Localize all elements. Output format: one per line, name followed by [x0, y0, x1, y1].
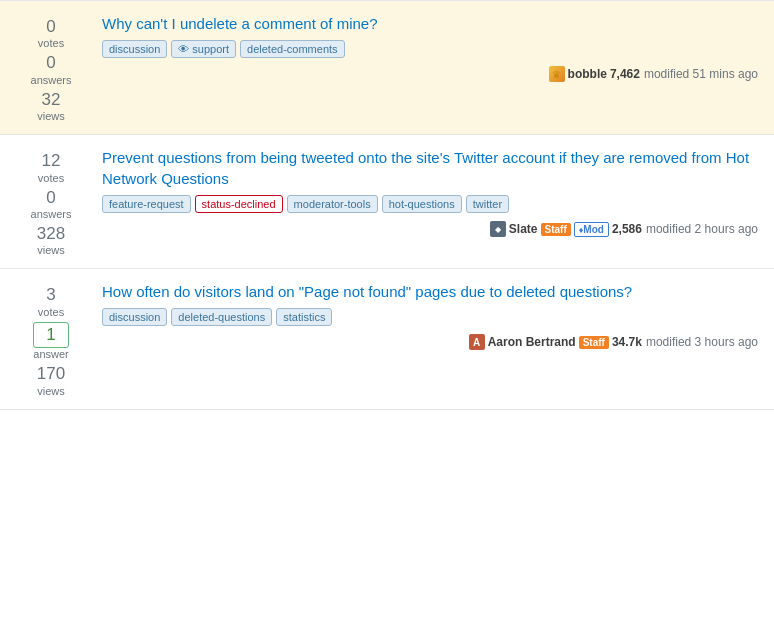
question-content: Why can't I undelete a comment of mine?d…: [102, 13, 758, 82]
view-count: 170: [37, 364, 65, 384]
answers-block: 0answers: [31, 53, 72, 85]
question-title[interactable]: How often do visitors land on "Page not …: [102, 281, 758, 302]
user-name[interactable]: bobble: [568, 67, 607, 81]
tag-list: discussiondeleted-questionsstatistics: [102, 308, 758, 326]
question-content: Prevent questions from being tweeted ont…: [102, 147, 758, 237]
staff-badge: Staff: [541, 223, 571, 236]
user-rep: 7,462: [610, 67, 640, 81]
meta-row: bobble7,462modified 51 mins ago: [102, 66, 758, 82]
views-label: views: [37, 385, 65, 397]
user-name[interactable]: Aaron Bertrand: [488, 335, 576, 349]
view-count: 32: [37, 90, 65, 110]
question-item: 0votes0answers32viewsWhy can't I undelet…: [0, 1, 774, 135]
user-avatar: [549, 66, 565, 82]
tag-item[interactable]: moderator-tools: [287, 195, 378, 213]
user-avatar: [490, 221, 506, 237]
question-title[interactable]: Why can't I undelete a comment of mine?: [102, 13, 758, 34]
votes-block: 12votes: [38, 151, 64, 183]
answers-label: answer: [33, 348, 68, 360]
tag-item[interactable]: deleted-comments: [240, 40, 345, 58]
question-stats: 12votes0answers328views: [16, 147, 86, 256]
tag-list: discussion👁supportdeleted-comments: [102, 40, 758, 58]
answers-block: 1answer: [33, 322, 68, 360]
modified-text: modified 3 hours ago: [646, 335, 758, 349]
views-block: 328views: [37, 224, 65, 256]
question-stats: 0votes0answers32views: [16, 13, 86, 122]
votes-block: 0votes: [38, 17, 64, 49]
user-info: bobble7,462: [549, 66, 640, 82]
meta-row: SlateStaffMod2,586modified 2 hours ago: [102, 221, 758, 237]
answers-label: answers: [31, 208, 72, 220]
user-info: Aaron BertrandStaff34.7k: [469, 334, 642, 350]
user-rep: 2,586: [612, 222, 642, 236]
user-rep: 34.7k: [612, 335, 642, 349]
answers-label: answers: [31, 74, 72, 86]
mod-diamond-icon: [579, 224, 584, 235]
views-block: 32views: [37, 90, 65, 122]
views-label: views: [37, 244, 65, 256]
answer-count: 1: [33, 322, 68, 348]
answers-block: 0answers: [31, 188, 72, 220]
tag-item[interactable]: deleted-questions: [171, 308, 272, 326]
user-avatar: [469, 334, 485, 350]
vote-count: 0: [38, 17, 64, 37]
tag-item[interactable]: discussion: [102, 40, 167, 58]
votes-label: votes: [38, 172, 64, 184]
tag-item[interactable]: twitter: [466, 195, 509, 213]
vote-count: 12: [38, 151, 64, 171]
view-count: 328: [37, 224, 65, 244]
question-content: How often do visitors land on "Page not …: [102, 281, 758, 350]
votes-label: votes: [38, 37, 64, 49]
views-label: views: [37, 110, 65, 122]
votes-block: 3votes: [38, 285, 64, 317]
user-info: SlateStaffMod2,586: [490, 221, 642, 237]
question-title[interactable]: Prevent questions from being tweeted ont…: [102, 147, 758, 189]
tag-item[interactable]: feature-request: [102, 195, 191, 213]
vote-count: 3: [38, 285, 64, 305]
modified-text: modified 2 hours ago: [646, 222, 758, 236]
tag-item[interactable]: hot-questions: [382, 195, 462, 213]
question-list: 0votes0answers32viewsWhy can't I undelet…: [0, 0, 774, 410]
eye-icon: 👁: [178, 43, 189, 55]
question-stats: 3votes1answer170views: [16, 281, 86, 396]
user-name[interactable]: Slate: [509, 222, 538, 236]
modified-text: modified 51 mins ago: [644, 67, 758, 81]
tag-item[interactable]: 👁support: [171, 40, 236, 58]
mod-badge: Mod: [574, 222, 609, 237]
votes-label: votes: [38, 306, 64, 318]
meta-row: Aaron BertrandStaff34.7kmodified 3 hours…: [102, 334, 758, 350]
views-block: 170views: [37, 364, 65, 396]
tag-item[interactable]: status-declined: [195, 195, 283, 213]
question-item: 12votes0answers328viewsPrevent questions…: [0, 135, 774, 269]
tag-list: feature-requeststatus-declinedmoderator-…: [102, 195, 758, 213]
answer-count: 0: [31, 53, 72, 73]
tag-item[interactable]: discussion: [102, 308, 167, 326]
tag-item[interactable]: statistics: [276, 308, 332, 326]
answer-count: 0: [31, 188, 72, 208]
question-item: 3votes1answer170viewsHow often do visito…: [0, 269, 774, 409]
staff-badge: Staff: [579, 336, 609, 349]
